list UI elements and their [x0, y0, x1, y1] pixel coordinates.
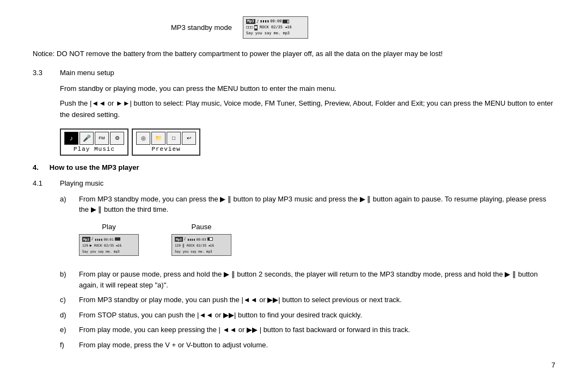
section-num-4-1: 4.1 [33, 179, 49, 191]
letter-f: f) [60, 340, 74, 351]
standby-screen: Mp3 ♪ ▮▮▮▮ 00:00 □□□ ■ ROCK 02/35 ◄16 Sa… [243, 16, 308, 39]
menu-group-play-music: ♪ 🎤 FM ⚙ Play Music [60, 128, 128, 156]
icon-exit: ↩ [182, 132, 196, 145]
list-item-d: d) From STOP status, you can push the |◄… [60, 310, 555, 321]
standby-section: MP3 standby mode Mp3 ♪ ▮▮▮▮ 00:00 □□□ ■ … [33, 16, 555, 39]
icon-info: □ [167, 132, 181, 145]
play-item: Play Mp3 ♪ ▮▮▮▮ 00:01 129 ▶ [79, 222, 139, 256]
section-4-title: How to use the MP3 player [50, 163, 139, 171]
item-a-text: From MP3 standby mode, you can press the… [79, 194, 555, 215]
icon-folder: 📁 [151, 132, 166, 145]
section-num-3-3: 3.3 [33, 69, 49, 80]
letter-b: b) [60, 269, 74, 290]
menu-group-2-label: Preview [151, 146, 180, 152]
standby-label: MP3 standby mode [171, 23, 232, 32]
item-c-text: From MP3 standby or play mode, you can p… [79, 295, 402, 305]
standby-track: Say you say me. mp3 [246, 31, 305, 36]
list-item-e: e) From play mode, you can keep pressing… [60, 324, 555, 335]
icon-preview: ◎ [136, 132, 150, 145]
icon-music-note: ♪ [64, 132, 78, 145]
item-a-content: From MP3 standby mode, you can press the… [79, 194, 555, 265]
icon-settings: ⚙ [110, 132, 124, 145]
pause-screen: Mp3 ♪ ▮▮▮▮ 00:03 129 ‖ ROCK 02/35 ◄16 [171, 234, 231, 256]
item-f-text: From play mode, press the V + or V-butto… [79, 340, 268, 351]
play-screen: Mp3 ♪ ▮▮▮▮ 00:01 129 ▶ ROCK 02/35 ◄16 [79, 234, 139, 256]
list-item-a: a) From MP3 standby mode, you can press … [60, 194, 555, 265]
page-number: 7 [552, 361, 555, 369]
section-3-3: 3.3 Main menu setup From standby or play… [33, 69, 555, 155]
icon-fm: FM [95, 132, 109, 145]
list-item-f: f) From play mode, press the V + or V-bu… [60, 340, 555, 351]
section-4-num: 4. [33, 163, 39, 171]
item-d-text: From STOP status, you can push the |◄◄ o… [79, 310, 362, 321]
icon-voice: 🎤 [79, 132, 94, 145]
pause-label: Pause [192, 222, 212, 232]
item-e-text: From play mode, you can keep pressing th… [79, 324, 410, 335]
play-label: Play [102, 222, 115, 232]
letter-d: d) [60, 310, 74, 321]
notice-text: Notice: DO NOT remove the battery from t… [33, 48, 555, 59]
section-text-3-3-1: From standby or playing mode, you can pr… [60, 83, 555, 95]
letter-a: a) [60, 194, 74, 265]
section-title-3-3: Main menu setup [60, 69, 114, 77]
menu-group-preview: ◎ 📁 □ ↩ Preview [132, 128, 200, 156]
play-pause-screens: Play Mp3 ♪ ▮▮▮▮ 00:01 129 ▶ [79, 222, 555, 256]
section-text-3-3-2: Push the |◄◄ or ►►| button to select: Pl… [60, 98, 555, 121]
menu-icons-row: ♪ 🎤 FM ⚙ Play Music ◎ 📁 □ ↩ Preview [60, 128, 555, 156]
letter-c: c) [60, 295, 74, 305]
list-item-b: b) From play or pause mode, press and ho… [60, 269, 555, 290]
item-b-text: From play or pause mode, press and hold … [79, 269, 555, 290]
section-4-1: 4.1 Playing music a) From MP3 standby mo… [33, 179, 555, 351]
list-item-c: c) From MP3 standby or play mode, you ca… [60, 295, 555, 305]
letter-e: e) [60, 324, 74, 335]
section-4-heading: 4. How to use the MP3 player [33, 163, 555, 171]
pause-item: Pause Mp3 ♪ ▮▮▮▮ 00:03 129 ‖ [171, 222, 231, 256]
section-title-4-1: Playing music [60, 179, 103, 187]
menu-group-1-label: Play Music [74, 146, 115, 152]
